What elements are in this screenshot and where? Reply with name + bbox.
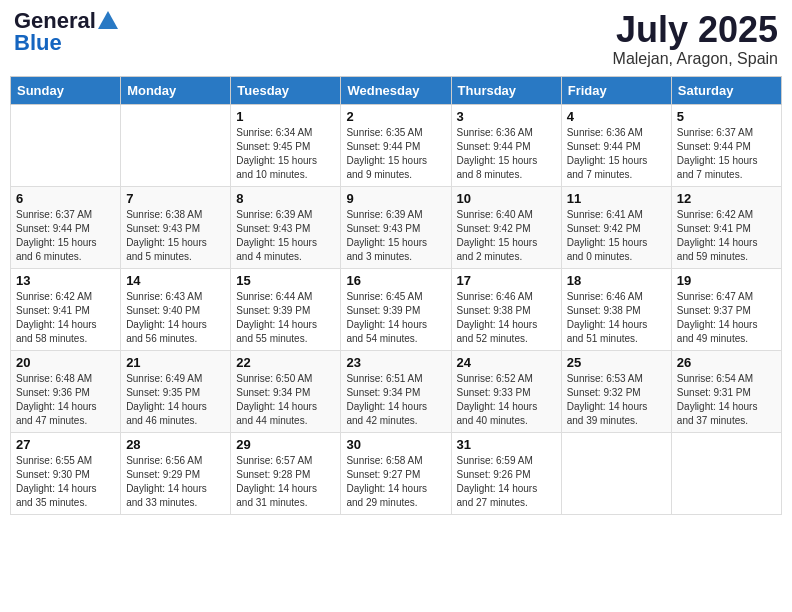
calendar-cell: 24Sunrise: 6:52 AM Sunset: 9:33 PM Dayli… (451, 350, 561, 432)
weekday-header: Friday (561, 76, 671, 104)
day-number: 2 (346, 109, 445, 124)
logo-blue-text: Blue (14, 30, 62, 55)
day-number: 27 (16, 437, 115, 452)
day-number: 1 (236, 109, 335, 124)
month-title: July 2025 (613, 10, 778, 50)
calendar-cell: 26Sunrise: 6:54 AM Sunset: 9:31 PM Dayli… (671, 350, 781, 432)
day-number: 19 (677, 273, 776, 288)
calendar-cell (561, 432, 671, 514)
day-info: Sunrise: 6:51 AM Sunset: 9:34 PM Dayligh… (346, 372, 445, 428)
weekday-header: Monday (121, 76, 231, 104)
day-info: Sunrise: 6:36 AM Sunset: 9:44 PM Dayligh… (567, 126, 666, 182)
calendar-cell: 8Sunrise: 6:39 AM Sunset: 9:43 PM Daylig… (231, 186, 341, 268)
calendar-cell: 14Sunrise: 6:43 AM Sunset: 9:40 PM Dayli… (121, 268, 231, 350)
calendar-week-row: 20Sunrise: 6:48 AM Sunset: 9:36 PM Dayli… (11, 350, 782, 432)
day-number: 12 (677, 191, 776, 206)
day-number: 21 (126, 355, 225, 370)
calendar-week-row: 13Sunrise: 6:42 AM Sunset: 9:41 PM Dayli… (11, 268, 782, 350)
svg-marker-0 (98, 11, 118, 29)
day-info: Sunrise: 6:34 AM Sunset: 9:45 PM Dayligh… (236, 126, 335, 182)
day-info: Sunrise: 6:35 AM Sunset: 9:44 PM Dayligh… (346, 126, 445, 182)
location-title: Malejan, Aragon, Spain (613, 50, 778, 68)
calendar-cell: 4Sunrise: 6:36 AM Sunset: 9:44 PM Daylig… (561, 104, 671, 186)
calendar-cell: 18Sunrise: 6:46 AM Sunset: 9:38 PM Dayli… (561, 268, 671, 350)
day-info: Sunrise: 6:38 AM Sunset: 9:43 PM Dayligh… (126, 208, 225, 264)
page-header: General Blue July 2025 Malejan, Aragon, … (10, 10, 782, 68)
day-number: 30 (346, 437, 445, 452)
day-number: 23 (346, 355, 445, 370)
calendar-cell: 25Sunrise: 6:53 AM Sunset: 9:32 PM Dayli… (561, 350, 671, 432)
calendar-cell: 11Sunrise: 6:41 AM Sunset: 9:42 PM Dayli… (561, 186, 671, 268)
day-info: Sunrise: 6:45 AM Sunset: 9:39 PM Dayligh… (346, 290, 445, 346)
logo-arrow-icon (98, 11, 118, 29)
calendar-cell: 15Sunrise: 6:44 AM Sunset: 9:39 PM Dayli… (231, 268, 341, 350)
calendar-cell: 17Sunrise: 6:46 AM Sunset: 9:38 PM Dayli… (451, 268, 561, 350)
calendar-header-row: SundayMondayTuesdayWednesdayThursdayFrid… (11, 76, 782, 104)
day-info: Sunrise: 6:47 AM Sunset: 9:37 PM Dayligh… (677, 290, 776, 346)
day-info: Sunrise: 6:46 AM Sunset: 9:38 PM Dayligh… (457, 290, 556, 346)
day-number: 17 (457, 273, 556, 288)
day-info: Sunrise: 6:39 AM Sunset: 9:43 PM Dayligh… (236, 208, 335, 264)
day-number: 15 (236, 273, 335, 288)
day-info: Sunrise: 6:44 AM Sunset: 9:39 PM Dayligh… (236, 290, 335, 346)
day-info: Sunrise: 6:36 AM Sunset: 9:44 PM Dayligh… (457, 126, 556, 182)
day-info: Sunrise: 6:37 AM Sunset: 9:44 PM Dayligh… (16, 208, 115, 264)
day-info: Sunrise: 6:49 AM Sunset: 9:35 PM Dayligh… (126, 372, 225, 428)
day-number: 8 (236, 191, 335, 206)
day-number: 3 (457, 109, 556, 124)
weekday-header: Wednesday (341, 76, 451, 104)
calendar-cell: 27Sunrise: 6:55 AM Sunset: 9:30 PM Dayli… (11, 432, 121, 514)
day-number: 7 (126, 191, 225, 206)
day-number: 26 (677, 355, 776, 370)
day-number: 22 (236, 355, 335, 370)
day-info: Sunrise: 6:56 AM Sunset: 9:29 PM Dayligh… (126, 454, 225, 510)
day-info: Sunrise: 6:41 AM Sunset: 9:42 PM Dayligh… (567, 208, 666, 264)
calendar-table: SundayMondayTuesdayWednesdayThursdayFrid… (10, 76, 782, 515)
day-info: Sunrise: 6:48 AM Sunset: 9:36 PM Dayligh… (16, 372, 115, 428)
day-info: Sunrise: 6:40 AM Sunset: 9:42 PM Dayligh… (457, 208, 556, 264)
calendar-cell: 28Sunrise: 6:56 AM Sunset: 9:29 PM Dayli… (121, 432, 231, 514)
calendar-cell: 16Sunrise: 6:45 AM Sunset: 9:39 PM Dayli… (341, 268, 451, 350)
calendar-cell: 10Sunrise: 6:40 AM Sunset: 9:42 PM Dayli… (451, 186, 561, 268)
day-number: 25 (567, 355, 666, 370)
calendar-cell: 23Sunrise: 6:51 AM Sunset: 9:34 PM Dayli… (341, 350, 451, 432)
day-number: 14 (126, 273, 225, 288)
weekday-header: Thursday (451, 76, 561, 104)
day-info: Sunrise: 6:55 AM Sunset: 9:30 PM Dayligh… (16, 454, 115, 510)
day-info: Sunrise: 6:37 AM Sunset: 9:44 PM Dayligh… (677, 126, 776, 182)
calendar-cell: 22Sunrise: 6:50 AM Sunset: 9:34 PM Dayli… (231, 350, 341, 432)
day-info: Sunrise: 6:54 AM Sunset: 9:31 PM Dayligh… (677, 372, 776, 428)
calendar-cell: 2Sunrise: 6:35 AM Sunset: 9:44 PM Daylig… (341, 104, 451, 186)
calendar-week-row: 27Sunrise: 6:55 AM Sunset: 9:30 PM Dayli… (11, 432, 782, 514)
calendar-week-row: 6Sunrise: 6:37 AM Sunset: 9:44 PM Daylig… (11, 186, 782, 268)
day-number: 31 (457, 437, 556, 452)
calendar-cell: 7Sunrise: 6:38 AM Sunset: 9:43 PM Daylig… (121, 186, 231, 268)
weekday-header: Sunday (11, 76, 121, 104)
calendar-cell: 3Sunrise: 6:36 AM Sunset: 9:44 PM Daylig… (451, 104, 561, 186)
calendar-cell: 30Sunrise: 6:58 AM Sunset: 9:27 PM Dayli… (341, 432, 451, 514)
calendar-cell (671, 432, 781, 514)
day-info: Sunrise: 6:50 AM Sunset: 9:34 PM Dayligh… (236, 372, 335, 428)
day-info: Sunrise: 6:39 AM Sunset: 9:43 PM Dayligh… (346, 208, 445, 264)
day-info: Sunrise: 6:52 AM Sunset: 9:33 PM Dayligh… (457, 372, 556, 428)
calendar-cell: 9Sunrise: 6:39 AM Sunset: 9:43 PM Daylig… (341, 186, 451, 268)
day-number: 11 (567, 191, 666, 206)
day-info: Sunrise: 6:42 AM Sunset: 9:41 PM Dayligh… (16, 290, 115, 346)
calendar-week-row: 1Sunrise: 6:34 AM Sunset: 9:45 PM Daylig… (11, 104, 782, 186)
day-number: 24 (457, 355, 556, 370)
calendar-cell: 20Sunrise: 6:48 AM Sunset: 9:36 PM Dayli… (11, 350, 121, 432)
logo: General Blue (14, 10, 118, 54)
weekday-header: Tuesday (231, 76, 341, 104)
day-number: 13 (16, 273, 115, 288)
day-number: 18 (567, 273, 666, 288)
calendar-cell: 1Sunrise: 6:34 AM Sunset: 9:45 PM Daylig… (231, 104, 341, 186)
day-info: Sunrise: 6:43 AM Sunset: 9:40 PM Dayligh… (126, 290, 225, 346)
calendar-cell: 31Sunrise: 6:59 AM Sunset: 9:26 PM Dayli… (451, 432, 561, 514)
calendar-cell: 21Sunrise: 6:49 AM Sunset: 9:35 PM Dayli… (121, 350, 231, 432)
logo-general-text: General (14, 10, 96, 32)
calendar-cell: 13Sunrise: 6:42 AM Sunset: 9:41 PM Dayli… (11, 268, 121, 350)
day-number: 5 (677, 109, 776, 124)
calendar-cell (121, 104, 231, 186)
day-info: Sunrise: 6:57 AM Sunset: 9:28 PM Dayligh… (236, 454, 335, 510)
day-number: 6 (16, 191, 115, 206)
